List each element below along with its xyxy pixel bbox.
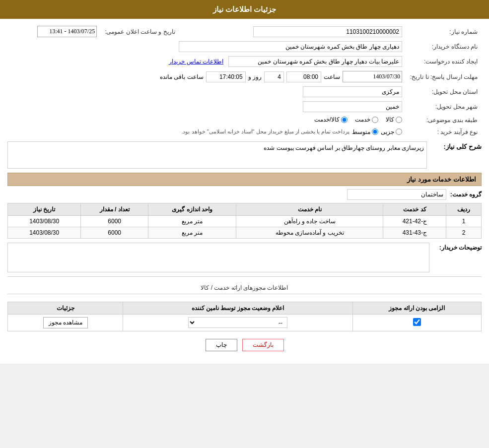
creator-field: علیرضا بیات دهیار چهار طاق بخش کمره شهرس… — [228, 56, 402, 67]
deadline-time-field: 08:00 — [286, 71, 321, 82]
need-number-value: 1103100210000002 — [189, 24, 406, 39]
service-quantity-1: 6000 — [81, 215, 148, 227]
top-info-table: شماره نیاز: 1103100210000002 تاریخ و ساع… — [7, 24, 482, 137]
main-content: شماره نیاز: 1103100210000002 تاریخ و ساع… — [0, 19, 489, 364]
province-label: استان محل تحویل: — [406, 84, 482, 99]
service-code-2: ج-43-431 — [383, 227, 446, 238]
buyer-value: دهیاری چهار طاق بخش کمره شهرستان خمین — [7, 39, 406, 54]
col-header-unit: واحد اندازه گیری — [148, 203, 236, 215]
page-wrapper: جزئیات اطلاعات نیاز شماره نیاز: 11031002… — [0, 0, 489, 364]
permission-row: -- دارم ندارم مشاهده مجوز — [8, 314, 482, 331]
spacer — [7, 294, 482, 302]
category-label: طبقه بندی موضوعی: — [406, 114, 482, 127]
buyer-desc-area-wrapper — [7, 243, 429, 272]
creator-label: ایجاد کننده درخواست: — [406, 54, 482, 69]
province-value: مرکزی — [7, 84, 406, 99]
service-code-1: ج-42-421 — [383, 215, 446, 227]
buyer-label: نام دستگاه خریدار: — [406, 39, 482, 54]
need-description-container: شرح کلی نیاز: زیرسازی معابر روستای چهارط… — [7, 141, 482, 169]
services-table: ردیف کد خدمت نام خدمت واحد اندازه گیری ت… — [7, 203, 482, 239]
purchase-type-radio-jozi[interactable] — [396, 128, 402, 135]
need-desc-field: زیرسازی معابر روستای چهارطاق بر اساس فهر… — [7, 141, 427, 169]
deadline-time-label: ساعت — [324, 73, 340, 80]
permissions-table: الزامی بودن ارائه مجوز اعلام وضعیت مجوز … — [7, 302, 482, 331]
service-unit-1: متر مربع — [148, 215, 236, 227]
contact-link[interactable]: اطلاعات تماس خریدار — [169, 58, 223, 65]
purchase-type-label: نوع فرآیند خرید : — [406, 127, 482, 137]
services-section-title: اطلاعات خدمات مورد نیاز — [7, 173, 482, 186]
buyer-desc-container: توضیحات خریدار: — [7, 243, 482, 272]
perm-required-cell — [352, 314, 481, 331]
col-header-quantity: تعداد / مقدار — [81, 203, 148, 215]
deadline-label: مهلت ارسال پاسخ: تا تاریخ: — [406, 69, 482, 84]
category-radio-kala-khedmat[interactable] — [341, 117, 348, 123]
group-label: گروه خدمت: — [450, 191, 482, 198]
print-button[interactable]: چاپ — [206, 339, 237, 351]
col-header-service-name: نام خدمت — [236, 203, 383, 215]
deadline-remaining-field: 17:40:05 — [206, 71, 246, 82]
col-header-service-code: کد خدمت — [383, 203, 446, 215]
deadline-row: 1403/07/30 ساعت 08:00 4 روز و 17:40:05 س… — [7, 69, 406, 84]
perm-col-status: اعلام وضعیت مجوز توسط نامین کننده — [123, 302, 352, 314]
service-quantity-2: 6000 — [81, 227, 148, 238]
purchase-type-note: پرداخت تمام یا بخشی از مبلغ خریداز محل "… — [181, 128, 349, 135]
service-date-1: 1403/08/30 — [8, 215, 81, 227]
perm-col-details: جزئیات — [8, 302, 123, 314]
category-option-kala[interactable]: کالا — [386, 116, 402, 123]
perm-col-required: الزامی بودن ارائه مجوز — [352, 302, 481, 314]
service-unit-2: متر مربع — [148, 227, 236, 238]
purchase-type-motavaset[interactable]: متوسط — [352, 128, 378, 135]
permissions-section: اطلاعات مجوزهای ارائه خدمت / کالا الزامی… — [7, 282, 482, 331]
divider — [7, 276, 482, 277]
announcement-value: 1403/07/25 - 13:41 — [7, 24, 101, 39]
province-field: مرکزی — [303, 86, 402, 97]
deadline-days-field: 4 — [264, 71, 284, 82]
city-value: خمین — [7, 99, 406, 114]
city-field: خمین — [303, 101, 402, 112]
category-option-kala-khedmat[interactable]: کالا/خدمت — [314, 116, 348, 123]
permissions-info-text: اطلاعات مجوزهای ارائه خدمت / کالا — [7, 282, 482, 294]
service-row-num-1: 1 — [446, 215, 482, 227]
service-name-2: تخریب و آماده‌سازی محوطه — [236, 227, 383, 238]
category-options: کالا خدمت کالا/خدمت — [7, 114, 406, 127]
announcement-label: تاریخ و ساعت اعلان عمومی: — [101, 24, 179, 39]
service-row-num-2: 2 — [446, 227, 482, 238]
purchase-type-row: جزیی متوسط پرداخت تمام یا بخشی از مبلغ خ… — [7, 127, 406, 137]
deadline-remaining-label: ساعت باقی مانده — [160, 73, 204, 80]
col-header-row: ردیف — [446, 203, 482, 215]
announcement-field: 1403/07/25 - 13:41 — [37, 26, 97, 37]
col-header-date: تاریخ نیاز — [8, 203, 81, 215]
group-row: گروه خدمت: ساختمان — [7, 189, 482, 200]
back-button[interactable]: بازگشت — [242, 339, 284, 351]
purchase-type-jozi[interactable]: جزیی — [381, 128, 402, 135]
category-option-khedmat[interactable]: خدمت — [355, 116, 378, 123]
service-date-2: 1403/08/30 — [8, 227, 81, 238]
need-desc-label: شرح کلی نیاز: — [432, 141, 482, 150]
service-name-1: ساخت جاده و راه‌آهن — [236, 215, 383, 227]
need-number-label: شماره نیاز: — [406, 24, 482, 39]
service-row-1: 1 ج-42-421 ساخت جاده و راه‌آهن متر مربع … — [8, 215, 482, 227]
category-radio-kala[interactable] — [396, 117, 402, 123]
category-radio-khedmat[interactable] — [372, 117, 378, 123]
buyer-desc-field — [7, 243, 429, 272]
perm-required-checkbox[interactable] — [413, 318, 421, 326]
city-label: شهر محل تحویل: — [406, 99, 482, 114]
footer-buttons: بازگشت چاپ — [7, 331, 482, 359]
perm-details-cell: مشاهده مجوز — [8, 314, 123, 331]
group-value-field: ساختمان — [347, 189, 446, 200]
perm-status-cell: -- دارم ندارم — [123, 314, 352, 331]
deadline-days-label: روز و — [248, 73, 262, 80]
service-row-2: 2 ج-43-431 تخریب و آماده‌سازی محوطه متر … — [8, 227, 482, 238]
buyer-field: دهیاری چهار طاق بخش کمره شهرستان خمین — [179, 41, 402, 52]
need-number-field: 1103100210000002 — [253, 26, 402, 37]
perm-status-select[interactable]: -- دارم ندارم — [188, 317, 287, 328]
page-title: جزئیات اطلاعات نیاز — [0, 0, 489, 19]
purchase-type-radio-motavaset[interactable] — [372, 128, 378, 135]
creator-value: علیرضا بیات دهیار چهار طاق بخش کمره شهرس… — [7, 54, 406, 69]
buyer-desc-label: توضیحات خریدار: — [432, 243, 482, 251]
view-permission-button[interactable]: مشاهده مجوز — [43, 317, 88, 328]
deadline-date-field: 1403/07/30 — [343, 71, 402, 82]
need-desc-area-container: زیرسازی معابر روستای چهارطاق بر اساس فهر… — [7, 141, 427, 169]
